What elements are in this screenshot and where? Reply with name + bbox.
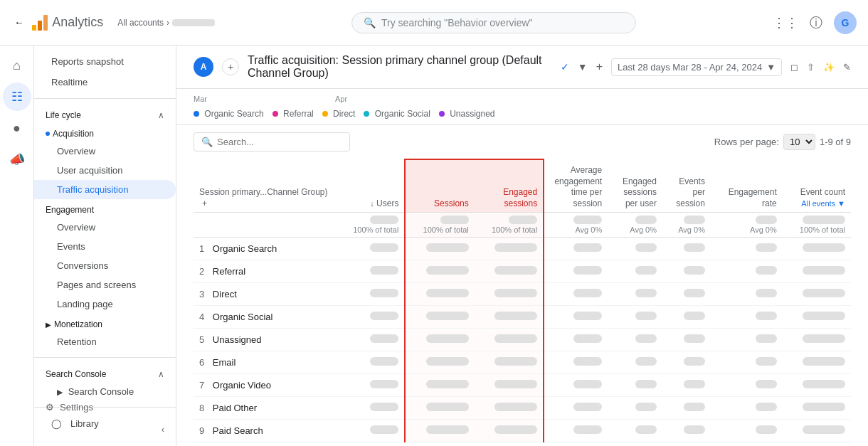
col-header-sessions[interactable]: Sessions xyxy=(405,159,474,213)
icon-person[interactable]: ● xyxy=(3,114,31,142)
dropdown-arrow-icon[interactable]: ▼ xyxy=(578,61,588,73)
row-dimension[interactable]: 8 Paid Other xyxy=(194,397,336,420)
row-sessions xyxy=(405,283,474,306)
sidebar-section-engagement[interactable]: Engagement xyxy=(34,199,176,218)
cell-event-count xyxy=(803,403,845,411)
rows-per-page-select[interactable]: 10 25 50 xyxy=(783,134,815,150)
sort-arrow: ↓ xyxy=(370,199,374,208)
row-events-per-session xyxy=(662,260,711,283)
expand-dot-icon xyxy=(46,132,50,136)
total-events-pct: Avg 0% xyxy=(678,225,705,234)
cell-engaged xyxy=(494,312,537,320)
row-name: Paid Search xyxy=(213,425,263,436)
cell-event-count xyxy=(803,357,845,366)
col-header-dimension[interactable]: Session primary...Channel Group) + xyxy=(194,159,336,213)
row-eng-rate xyxy=(711,260,783,283)
row-eng-per-user xyxy=(608,420,662,442)
row-dimension[interactable]: 2 Referral xyxy=(194,260,336,283)
calendar-dropdown-icon: ▼ xyxy=(766,62,776,73)
row-number: 5 xyxy=(199,334,204,345)
add-metric-button[interactable]: + xyxy=(596,60,603,73)
sidebar-label: Retention xyxy=(57,336,97,347)
sidebar-item-conversions[interactable]: Conversions xyxy=(34,256,176,275)
cell-events-per-session xyxy=(684,243,705,252)
col-header-users[interactable]: ↓ Users xyxy=(336,159,405,213)
sidebar-item-eng-overview[interactable]: Overview xyxy=(34,218,176,237)
total-avg: Avg 0% xyxy=(544,213,608,238)
col-header-events-per-session[interactable]: Eventspersession xyxy=(662,159,711,213)
insights-icon[interactable]: ✨ xyxy=(823,62,835,73)
sidebar-item-user-acquisition[interactable]: User acquisition xyxy=(34,161,176,180)
sidebar-section-monetization[interactable]: ▶ Monetization xyxy=(34,314,176,332)
row-dimension[interactable]: 3 Direct xyxy=(194,283,336,306)
back-button[interactable]: ← xyxy=(11,14,26,31)
row-number: 4 xyxy=(199,312,204,322)
cell-avg xyxy=(573,357,602,366)
search-box[interactable]: 🔍 Try searching "Behavior overview" xyxy=(351,12,636,33)
row-dimension[interactable]: 7 Organic Video xyxy=(194,374,336,397)
cell-users xyxy=(370,425,398,434)
row-dimension[interactable]: 4 Organic Social xyxy=(194,306,336,329)
col-header-avg-engagement[interactable]: Averageengagementtime persession xyxy=(544,159,608,213)
total-events-per-session: Avg 0% xyxy=(662,213,711,238)
table-search-icon: 🔍 xyxy=(201,137,213,147)
table-row: 3 Direct xyxy=(194,283,851,306)
share-icon[interactable]: ◻ xyxy=(790,62,798,73)
table-search-box[interactable]: 🔍 xyxy=(194,132,350,152)
row-dimension[interactable]: 9 Paid Search xyxy=(194,420,336,442)
sidebar-item-overview[interactable]: Overview xyxy=(34,142,176,161)
sidebar-item-pages-screens[interactable]: Pages and screens xyxy=(34,275,176,294)
legend-direct[interactable]: Direct xyxy=(322,109,356,119)
month-apr: Apr xyxy=(335,95,347,103)
sidebar-section-acquisition[interactable]: Acquisition xyxy=(34,123,176,142)
legend-unassigned[interactable]: Unassigned xyxy=(439,109,495,119)
sidebar-item-events[interactable]: Events xyxy=(34,237,176,256)
sidebar-item-realtime[interactable]: Realtime xyxy=(34,72,176,92)
total-events-value xyxy=(684,216,705,224)
row-dimension[interactable]: 5 Unassigned xyxy=(194,329,336,351)
row-eng-per-user xyxy=(608,329,662,351)
sidebar-section-lifecycle[interactable]: Life cycle ∧ xyxy=(34,105,176,123)
account-nav[interactable]: All accounts › xyxy=(117,18,215,28)
export-icon[interactable]: ⇧ xyxy=(807,62,815,73)
legend-organic-search[interactable]: Organic Search xyxy=(194,109,264,119)
sidebar-item-landing-page[interactable]: Landing page xyxy=(34,294,176,314)
row-dimension[interactable]: 6 Email xyxy=(194,351,336,374)
cell-eng-rate xyxy=(756,334,777,343)
col-header-engaged-sessions[interactable]: Engagedsessions xyxy=(475,159,544,213)
col-header-event-count[interactable]: Event count All events ▼ xyxy=(783,159,851,213)
row-number: 3 xyxy=(199,289,204,299)
sidebar-section-search-console[interactable]: Search Console ∧ xyxy=(34,363,176,382)
event-count-filter[interactable]: All events ▼ xyxy=(801,199,845,208)
col-header-engaged-per-user[interactable]: Engagedsessionsper user xyxy=(608,159,662,213)
edit-icon[interactable]: ✎ xyxy=(843,62,851,73)
apps-grid-icon[interactable]: ⋮⋮ xyxy=(773,15,798,31)
avatar[interactable]: G xyxy=(834,11,857,34)
col-label-users: Users xyxy=(376,198,398,208)
table-search-input[interactable] xyxy=(217,137,342,147)
icon-home[interactable]: ⌂ xyxy=(3,51,31,80)
table-toolbar: 🔍 Rows per page: 10 25 50 1-9 of 9 xyxy=(194,125,851,159)
legend-organic-social[interactable]: Organic Social xyxy=(364,109,430,119)
help-icon[interactable]: ⓘ xyxy=(810,14,822,31)
sidebar-collapse-button[interactable]: ‹ xyxy=(34,418,176,440)
cell-events-per-session xyxy=(684,266,705,275)
add-comparison-button[interactable]: + xyxy=(222,58,239,75)
cell-engaged xyxy=(494,289,537,297)
col-header-engagement-rate[interactable]: Engagementrate xyxy=(711,159,783,213)
legend-referral[interactable]: Referral xyxy=(272,109,314,119)
icon-chart[interactable]: ☷ xyxy=(3,83,31,111)
add-dimension-button[interactable]: + xyxy=(202,198,207,208)
sidebar-item-traffic-acquisition[interactable]: Traffic acquisition xyxy=(34,180,176,199)
total-sessions-pct: 100% of total xyxy=(423,225,469,234)
total-users-pct: 100% of total xyxy=(353,225,398,234)
date-range-selector[interactable]: Last 28 days Mar 28 - Apr 24, 2024 ▼ xyxy=(611,58,782,76)
sidebar-item-retention[interactable]: Retention xyxy=(34,332,176,351)
icon-megaphone[interactable]: 📣 xyxy=(3,145,31,174)
sidebar-item-reports-snapshot[interactable]: Reports snapshot xyxy=(34,51,176,72)
row-dimension[interactable]: 1 Organic Search xyxy=(194,238,336,260)
sidebar-label: Traffic acquisition xyxy=(57,184,128,195)
expand-dot-monetization: ▶ xyxy=(46,321,51,329)
row-users xyxy=(336,374,405,397)
sidebar-item-settings[interactable]: ⚙ Settings xyxy=(34,396,176,418)
